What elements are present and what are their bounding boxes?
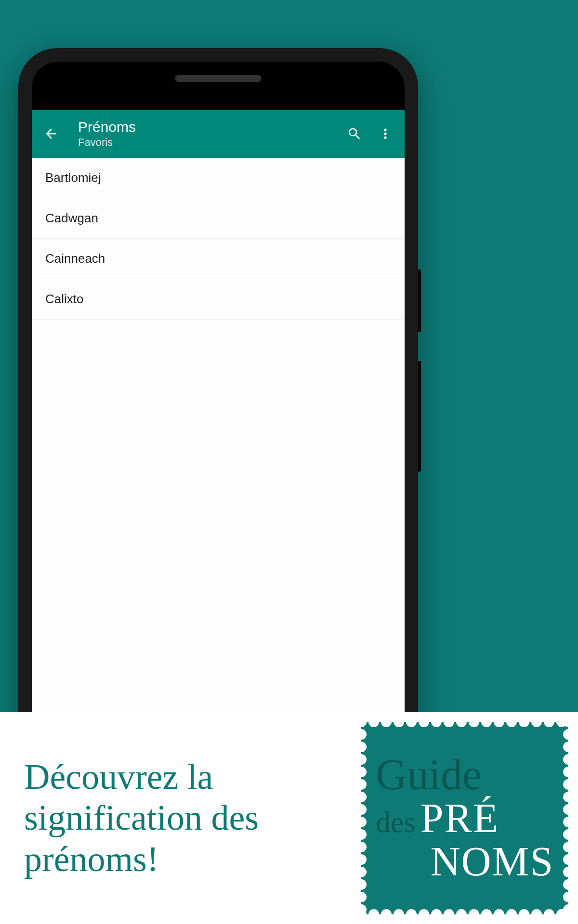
list-item[interactable]: Bartlomiej [32, 158, 405, 198]
list-item[interactable]: Calixto [32, 279, 405, 320]
list-item[interactable]: Cadwgan [32, 198, 405, 239]
back-button[interactable] [39, 122, 63, 145]
app-subtitle: Favoris [78, 136, 335, 149]
app-title: Prénoms [78, 119, 335, 135]
title-block: Prénoms Favoris [78, 119, 335, 149]
list-item[interactable]: Cainneach [32, 239, 405, 279]
phone-speaker [175, 75, 262, 82]
more-vert-icon [378, 126, 393, 141]
arrow-left-icon [43, 126, 59, 141]
phone-side-button [418, 361, 421, 472]
stamp-scallop-decoration [361, 722, 568, 914]
search-icon [347, 126, 362, 141]
app-bar: Prénoms Favoris [32, 110, 405, 158]
promo-banner: Découvrez la signification des prénoms! … [0, 712, 578, 924]
logo-stamp: Guide des PRÉ NOMS [361, 722, 568, 914]
more-options-button[interactable] [374, 122, 397, 145]
promo-slogan: Découvrez la signification des prénoms! [0, 737, 361, 898]
phone-side-button [418, 270, 421, 332]
search-button[interactable] [343, 122, 366, 145]
